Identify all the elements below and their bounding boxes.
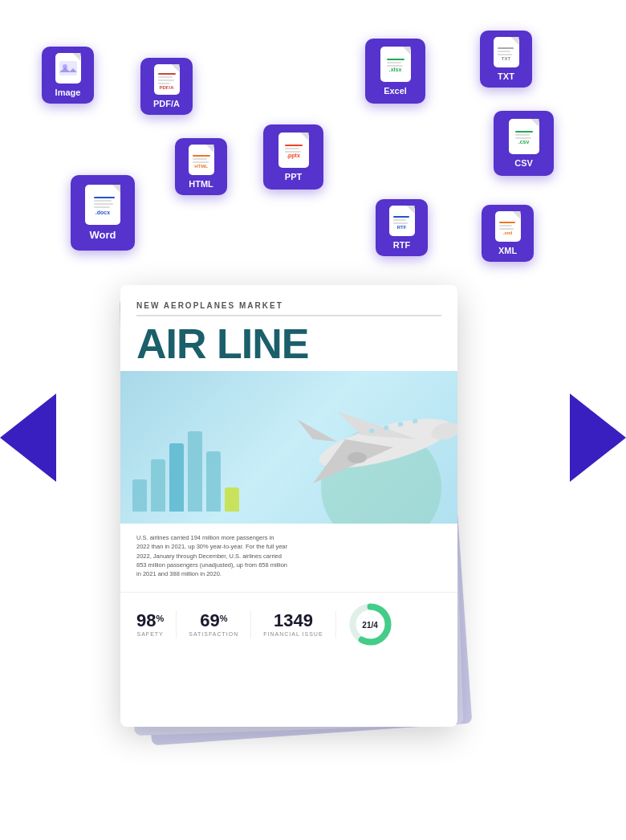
badge-csv: .csv CSV [494,111,554,176]
doc-title: AIR LINE [136,323,441,365]
svg-marker-5 [297,419,337,442]
stat-safety: 98% SAFETY [136,612,164,637]
stat-divider-2 [250,610,251,638]
doc-subtitle: NEW AEROPLANES MARKET [136,301,441,316]
doc-image-area [120,371,457,524]
badge-image: Image [42,47,94,104]
badge-txt: TXT TXT [480,31,532,88]
csv-label: CSV [514,158,533,168]
svg-point-11 [348,452,367,463]
donut-value: 21/4 [362,620,377,629]
txt-label: TXT [498,71,514,81]
doc-chart [132,431,239,512]
stat-divider-3 [335,610,336,638]
badge-pdfa: PDF/A PDF/A [140,58,193,115]
document-stack: NEW AEROPLANES MARKET AIR LINE [112,281,482,755]
donut-chart: 21/4 [348,602,392,646]
badge-excel: .xlsx Excel [365,39,425,104]
image-label: Image [55,88,81,97]
stat-divider-1 [176,610,177,638]
svg-rect-0 [59,61,77,75]
stat-financial: 1349 FINANCIAL ISSUE [263,612,323,637]
plane-svg [265,371,457,508]
scene: Image PDF/A PDF/A .xlsx Excel [0,0,626,840]
pdfa-label: PDF/A [153,99,180,108]
excel-label: Excel [384,86,407,96]
ppt-label: PPT [285,172,302,181]
xml-label: XML [498,246,517,255]
badge-rtf: RTF RTF [376,199,428,256]
left-arrow [0,393,56,482]
badge-word: .docx Word [71,175,135,251]
stat-satisfaction: 69% SATISFACTION [189,612,238,637]
word-label: Word [90,229,116,241]
badge-html: HTML HTML [175,138,227,195]
badge-ppt: .pptx PPT [263,124,323,190]
badge-xml: .xml XML [482,205,534,262]
html-label: HTML [189,179,213,189]
right-arrow [570,393,626,482]
doc-stats: 98% SAFETY 69% SATISFACTION 1349 [120,592,457,656]
doc-body-text: U.S. airlines carried 194 million more p… [136,533,289,578]
doc-main: NEW AEROPLANES MARKET AIR LINE [120,285,457,727]
rtf-label: RTF [393,240,410,250]
